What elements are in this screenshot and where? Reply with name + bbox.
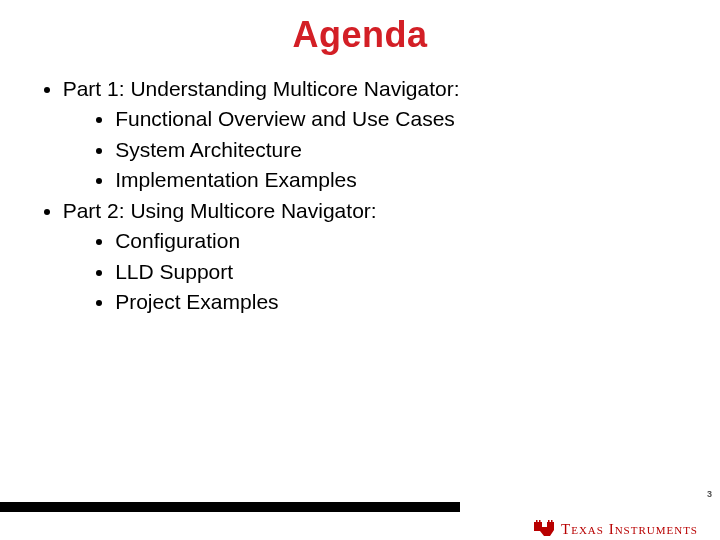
ti-logo-text: Texas Instruments [561,521,698,538]
ti-chip-icon [533,520,555,538]
bullet-part2-label: Part 2: Using Multicore Navigator: [63,199,377,222]
slide: Agenda Part 1: Understanding Multicore N… [0,14,720,540]
svg-rect-0 [536,520,538,523]
page-number: 3 [707,489,712,499]
bullet-part2-item: Project Examples [115,287,692,317]
svg-rect-1 [539,520,541,523]
footer-black-bar [0,502,460,512]
svg-rect-2 [548,520,550,523]
bullet-part1-item: Implementation Examples [115,165,692,195]
bullet-part1: Part 1: Understanding Multicore Navigato… [63,74,692,196]
bullet-part1-sublist: Functional Overview and Use Cases System… [100,104,692,195]
bullet-part2-item: Configuration [115,226,692,256]
bullet-list: Part 1: Understanding Multicore Navigato… [48,74,692,318]
bullet-part2-item: LLD Support [115,257,692,287]
bullet-part2: Part 2: Using Multicore Navigator: Confi… [63,196,692,318]
bullet-part1-label: Part 1: Understanding Multicore Navigato… [63,77,460,100]
slide-title: Agenda [0,14,720,56]
bullet-part2-sublist: Configuration LLD Support Project Exampl… [100,226,692,317]
svg-rect-3 [551,520,553,523]
ti-logo: Texas Instruments [533,520,698,538]
slide-body: Part 1: Understanding Multicore Navigato… [0,74,720,318]
bullet-part1-item: Functional Overview and Use Cases [115,104,692,134]
bullet-part1-item: System Architecture [115,135,692,165]
